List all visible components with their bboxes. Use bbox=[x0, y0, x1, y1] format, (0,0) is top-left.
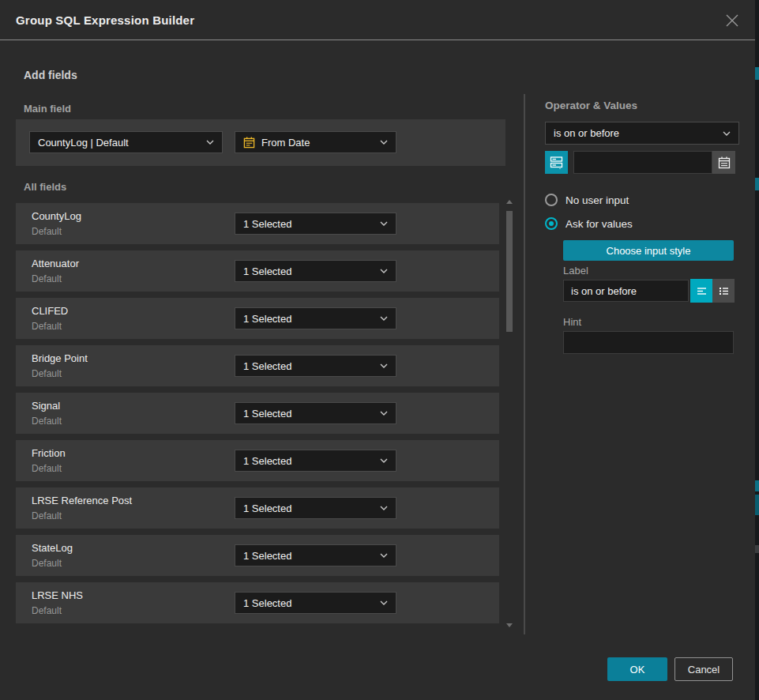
chevron-down-icon bbox=[380, 221, 388, 226]
cancel-button[interactable]: Cancel bbox=[674, 657, 733, 681]
field-sublabel: Default bbox=[32, 368, 62, 379]
radio-selected-icon bbox=[545, 217, 558, 230]
field-selection-select[interactable]: 1 Selected bbox=[235, 213, 396, 235]
label-input-value: is on or before bbox=[571, 285, 637, 297]
operator-select[interactable]: is on or before bbox=[545, 122, 739, 145]
unique-values-button[interactable] bbox=[545, 151, 568, 174]
field-selection-select[interactable]: 1 Selected bbox=[235, 497, 396, 519]
radio-no-user-input-label: No user input bbox=[565, 194, 629, 206]
background-teal-fragment bbox=[755, 178, 759, 190]
add-fields-heading: Add fields bbox=[24, 69, 77, 81]
calendar-icon bbox=[243, 137, 255, 149]
field-selection-select[interactable]: 1 Selected bbox=[235, 355, 396, 377]
align-left-icon bbox=[696, 285, 708, 297]
single-line-style-button[interactable] bbox=[690, 279, 712, 303]
label-input[interactable]: is on or before bbox=[563, 280, 689, 302]
field-selection-value: 1 Selected bbox=[243, 597, 375, 609]
dialog-title: Group SQL Expression Builder bbox=[16, 0, 194, 40]
field-selection-select[interactable]: 1 Selected bbox=[235, 307, 396, 329]
radio-ask-for-values-label: Ask for values bbox=[565, 218, 633, 230]
main-field-panel: CountyLog | Default From Date bbox=[16, 119, 505, 166]
chevron-down-icon bbox=[380, 506, 388, 510]
list-style-button[interactable] bbox=[712, 279, 735, 303]
field-name: StateLog bbox=[32, 542, 73, 554]
field-sublabel: Default bbox=[32, 416, 62, 427]
dialog-titlebar: Group SQL Expression Builder bbox=[0, 0, 755, 40]
calendar-icon bbox=[718, 156, 731, 169]
field-sublabel: Default bbox=[32, 605, 62, 616]
group-sql-expression-builder-dialog: Group SQL Expression Builder Add fields … bbox=[0, 0, 755, 700]
field-selection-value: 1 Selected bbox=[243, 265, 375, 277]
background-teal-fragment bbox=[755, 495, 759, 515]
ok-button[interactable]: OK bbox=[607, 657, 667, 681]
main-field-select-value: From Date bbox=[261, 137, 375, 149]
chevron-down-icon bbox=[380, 411, 388, 416]
field-row: CLIFED Default 1 Selected bbox=[16, 298, 499, 339]
field-sublabel: Default bbox=[32, 510, 62, 521]
close-button[interactable] bbox=[719, 7, 746, 34]
chevron-down-icon bbox=[380, 316, 388, 321]
field-selection-select[interactable]: 1 Selected bbox=[235, 544, 396, 566]
chevron-down-icon bbox=[723, 131, 731, 136]
field-name: LRSE NHS bbox=[32, 589, 83, 601]
label-label: Label bbox=[563, 265, 588, 277]
field-sublabel: Default bbox=[32, 273, 62, 284]
background-teal-fragment bbox=[755, 480, 759, 491]
field-row: CountyLog Default 1 Selected bbox=[16, 203, 499, 244]
field-name: Bridge Point bbox=[32, 352, 88, 364]
field-sublabel: Default bbox=[32, 226, 62, 237]
field-row: LRSE Reference Post Default 1 Selected bbox=[16, 487, 499, 529]
field-name: LRSE Reference Post bbox=[32, 495, 132, 506]
field-selection-value: 1 Selected bbox=[243, 455, 375, 467]
field-selection-select[interactable]: 1 Selected bbox=[235, 450, 396, 472]
panel-divider bbox=[524, 94, 525, 634]
field-row: Bridge Point Default 1 Selected bbox=[16, 345, 499, 386]
chevron-down-icon bbox=[380, 600, 388, 605]
all-fields-heading: All fields bbox=[24, 181, 66, 193]
field-row: Attenuator Default 1 Selected bbox=[16, 250, 499, 292]
field-row: LRSE NHS Default 1 Selected bbox=[16, 582, 499, 623]
field-selection-value: 1 Selected bbox=[243, 550, 375, 562]
hint-label: Hint bbox=[563, 316, 581, 328]
operator-select-value: is on or before bbox=[554, 127, 718, 139]
field-row: StateLog Default 1 Selected bbox=[16, 535, 499, 576]
field-name: Signal bbox=[32, 400, 60, 412]
radio-ask-for-values[interactable]: Ask for values bbox=[545, 217, 633, 230]
list-icon bbox=[718, 285, 730, 297]
choose-input-style-button[interactable]: Choose input style bbox=[563, 240, 734, 261]
background-app-edge bbox=[755, 0, 759, 700]
field-selection-select[interactable]: 1 Selected bbox=[235, 592, 396, 614]
field-selection-value: 1 Selected bbox=[243, 218, 375, 230]
field-selection-value: 1 Selected bbox=[243, 502, 375, 514]
operator-values-heading: Operator & Values bbox=[545, 100, 637, 111]
field-name: CLIFED bbox=[32, 305, 68, 317]
chevron-down-icon bbox=[380, 269, 388, 273]
main-field-heading: Main field bbox=[24, 103, 71, 115]
field-selection-select[interactable]: 1 Selected bbox=[235, 402, 396, 424]
hint-input[interactable] bbox=[563, 331, 734, 354]
field-name: Friction bbox=[32, 447, 66, 459]
chevron-down-icon bbox=[380, 553, 388, 558]
chevron-down-icon bbox=[380, 458, 388, 463]
field-selection-select[interactable]: 1 Selected bbox=[235, 260, 396, 282]
radio-no-user-input[interactable]: No user input bbox=[545, 194, 629, 206]
value-date-input[interactable] bbox=[573, 151, 712, 174]
chevron-down-icon bbox=[380, 140, 388, 145]
field-selection-value: 1 Selected bbox=[243, 408, 375, 420]
main-layer-select-value: CountyLog | Default bbox=[38, 137, 201, 149]
main-field-select[interactable]: From Date bbox=[235, 131, 396, 153]
main-layer-select[interactable]: CountyLog | Default bbox=[29, 131, 223, 153]
field-name: CountyLog bbox=[32, 210, 81, 222]
field-selection-value: 1 Selected bbox=[243, 313, 375, 325]
field-row: Friction Default 1 Selected bbox=[16, 440, 499, 481]
scrollbar-thumb[interactable] bbox=[506, 211, 513, 332]
date-picker-button[interactable] bbox=[712, 151, 735, 174]
scrollbar-down-arrow-icon[interactable] bbox=[506, 623, 513, 627]
field-name: Attenuator bbox=[32, 258, 79, 269]
radio-icon bbox=[545, 194, 558, 206]
scrollbar-up-arrow-icon[interactable] bbox=[506, 200, 513, 204]
unique-values-icon bbox=[550, 156, 563, 169]
background-gray-fragment bbox=[755, 545, 759, 553]
close-icon bbox=[725, 13, 739, 28]
field-sublabel: Default bbox=[32, 321, 62, 332]
